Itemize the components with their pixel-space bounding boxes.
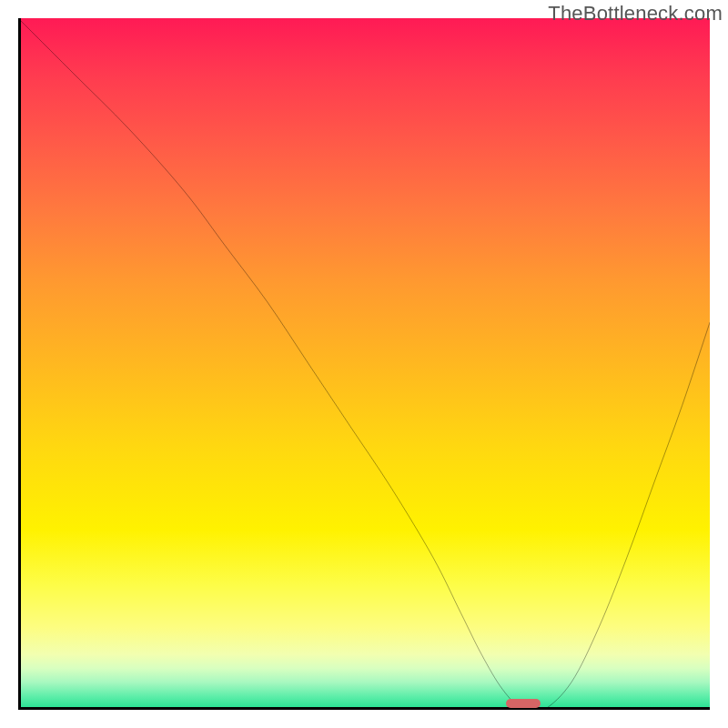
bottleneck-chart: TheBottleneck.com	[0, 0, 728, 728]
optimal-marker	[506, 699, 541, 708]
watermark-text: TheBottleneck.com	[548, 2, 723, 25]
curve-svg	[18, 18, 710, 710]
plot-area	[18, 18, 710, 710]
bottleneck-curve-path	[18, 18, 710, 710]
